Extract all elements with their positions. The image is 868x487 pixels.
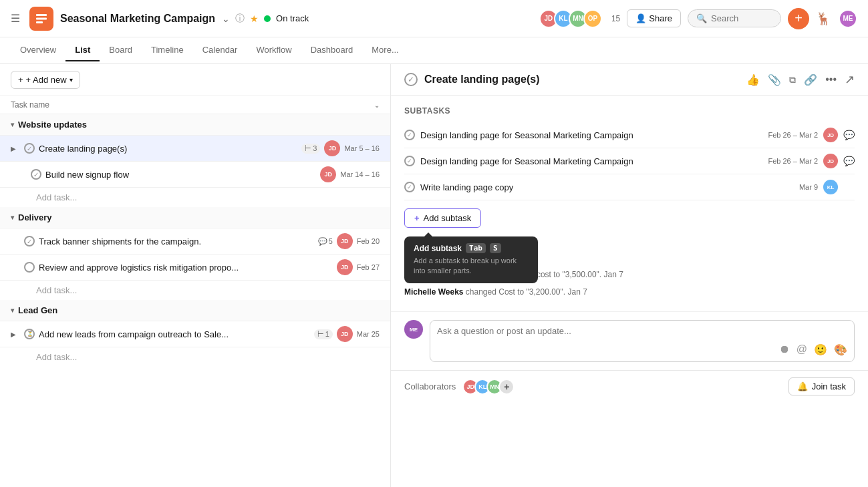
add-task-row[interactable]: Add task... — [0, 347, 390, 367]
notification-icon[interactable]: 🦌 — [816, 11, 831, 26]
task-checkbox[interactable]: ✓ — [24, 143, 35, 154]
left-toolbar: + + Add new ▾ — [0, 64, 390, 96]
task-row[interactable]: ▶ ⚠ Review and approve logistics risk mi… — [0, 255, 390, 281]
s-badge: S — [490, 243, 501, 253]
task-name: Create landing page(s) — [39, 144, 297, 154]
main-layout: + + Add new ▾ Task name ⌄ ▾ Website upda… — [0, 64, 868, 487]
task-checkbox[interactable]: ⚠ — [24, 262, 35, 273]
subtask-row[interactable]: ✓ Design landing page for Seasonal Marke… — [404, 122, 855, 148]
task-name: Review and approve logistics risk mitiga… — [39, 263, 333, 273]
subtask-icon: ⊢ — [305, 144, 311, 153]
subtask-checkbox[interactable]: ✓ — [404, 130, 415, 140]
subtask-row[interactable]: ✓ Design landing page for Seasonal Marke… — [404, 148, 855, 174]
expand-icon[interactable]: ▶ — [11, 331, 20, 338]
chevron-down-icon[interactable]: ⌄ — [222, 13, 230, 24]
subtask-checkbox[interactable]: ✓ — [404, 156, 415, 166]
task-name: Add new leads from campaign outreach to … — [39, 329, 310, 339]
format-icon[interactable]: 🎨 — [834, 343, 847, 356]
detail-task-checkbox[interactable]: ✓ — [404, 73, 418, 86]
subtask-checkbox[interactable]: ✓ — [404, 182, 415, 192]
detail-actions: 👍 📎 ⧉ 🔗 ••• ↗ — [746, 72, 855, 87]
tab-board[interactable]: Board — [100, 39, 142, 61]
subtasks-label: Subtasks — [404, 106, 855, 116]
task-row[interactable]: ✓ Build new signup flow JD Mar 14 – 16 — [0, 162, 390, 188]
task-checkbox[interactable]: ✓ — [24, 236, 35, 247]
collaborators-label: Collaborators — [404, 381, 456, 391]
bell-icon: 🔔 — [797, 381, 808, 391]
tab-more[interactable]: More... — [362, 39, 408, 61]
task-checkbox[interactable]: ⏳ — [24, 329, 35, 339]
star-icon[interactable]: ★ — [250, 13, 259, 24]
add-button[interactable]: + — [788, 8, 809, 29]
tab-overview[interactable]: Overview — [11, 39, 65, 61]
expand-icon[interactable]: ▶ — [11, 145, 20, 152]
task-avatar: JD — [337, 259, 353, 275]
task-date: Mar 25 — [357, 330, 380, 338]
more-icon[interactable]: ••• — [825, 73, 837, 86]
project-title: Seasonal Marketing Campaign — [60, 13, 215, 25]
plus-icon: + — [414, 213, 420, 223]
add-task-row[interactable]: Add task... — [0, 188, 390, 207]
share-icon: 👤 — [635, 13, 646, 23]
task-name: Build new signup flow — [45, 170, 316, 180]
section-title-leadgen: Lead Gen — [18, 305, 57, 315]
add-new-button[interactable]: + + Add new ▾ — [11, 71, 80, 89]
subtask-row[interactable]: ✓ Write landing page copy Mar 9 KL 💬 — [404, 174, 855, 200]
search-input[interactable] — [711, 13, 771, 23]
link-icon[interactable]: 🔗 — [804, 73, 817, 86]
comment-icon[interactable]: 💬 — [843, 130, 855, 140]
attachment-icon[interactable]: 📎 — [768, 73, 781, 86]
svg-rect-0 — [36, 14, 47, 16]
subtask-avatar: KL — [823, 180, 838, 194]
tab-dashboard[interactable]: Dashboard — [301, 39, 363, 61]
task-avatar: JD — [337, 326, 353, 342]
tab-timeline[interactable]: Timeline — [142, 39, 193, 61]
user-avatar[interactable]: ME — [839, 9, 857, 28]
comment-icon: 💬 — [318, 237, 327, 246]
share-button[interactable]: 👤 Share — [627, 9, 681, 27]
emoji-icon[interactable]: 🙂 — [814, 343, 827, 356]
tab-workflow[interactable]: Workflow — [247, 39, 301, 61]
hamburger-icon[interactable]: ☰ — [11, 12, 20, 25]
task-row[interactable]: ▶ ⏳ Add new leads from campaign outreach… — [0, 321, 390, 347]
collapse-icon[interactable]: ⌄ — [374, 102, 380, 109]
section-header-website[interactable]: ▾ Website updates — [0, 114, 390, 136]
tab-calendar[interactable]: Calendar — [193, 39, 247, 61]
add-subtask-area: + Add subtask Add subtask Tab S Add a su… — [404, 200, 855, 236]
task-checkbox[interactable]: ✓ — [31, 169, 41, 180]
tab-list[interactable]: List — [65, 39, 100, 61]
comment-box-area: ME ⏺ @ 🙂 🎨 — [391, 311, 868, 370]
task-date: Mar 14 – 16 — [340, 170, 380, 178]
search-box[interactable]: 🔍 — [688, 9, 781, 27]
section-chevron-icon: ▾ — [11, 214, 14, 221]
task-row[interactable]: ▶ ✓ Create landing page(s) ⊢ 3 JD Mar 5 … — [0, 136, 390, 162]
section-header-delivery[interactable]: ▾ Delivery — [0, 207, 390, 228]
comment-icon: 💬 — [843, 182, 855, 192]
thumbs-up-icon[interactable]: 👍 — [746, 73, 760, 86]
section-chevron-icon: ▾ — [11, 121, 14, 128]
section-title-delivery: Delivery — [18, 212, 52, 222]
nav-tabs: Overview List Board Timeline Calendar Wo… — [0, 37, 868, 64]
close-panel-icon[interactable]: ↗ — [845, 72, 855, 87]
subtask-avatar: JD — [823, 128, 838, 142]
comment-icon[interactable]: 💬 — [843, 156, 855, 166]
add-subtask-button[interactable]: + Add subtask — [404, 208, 481, 228]
collaborators-avatars: JD KL MN + — [462, 379, 515, 395]
copy-icon[interactable]: ⧉ — [789, 74, 796, 86]
user-avatar: ME — [404, 320, 423, 339]
info-icon[interactable]: ⓘ — [235, 13, 245, 25]
join-task-button[interactable]: 🔔 Join task — [788, 377, 855, 395]
subtask-name: Design landing page for Seasonal Marketi… — [420, 130, 762, 140]
add-task-row[interactable]: Add task... — [0, 281, 390, 300]
avatar: OP — [583, 9, 602, 28]
subtask-date: Feb 26 – Mar 2 — [768, 131, 818, 139]
subtask-date: Feb 26 – Mar 2 — [768, 157, 818, 165]
task-row[interactable]: ▶ ✓ Track banner shipments for the campa… — [0, 228, 390, 255]
section-header-leadgen[interactable]: ▾ Lead Gen — [0, 300, 390, 321]
comments-badge: 💬 5 — [318, 237, 333, 246]
add-collaborator-button[interactable]: + — [498, 379, 515, 395]
comment-input[interactable] — [437, 326, 847, 339]
record-icon[interactable]: ⏺ — [779, 343, 790, 356]
tab-badge: Tab — [466, 243, 486, 253]
at-icon[interactable]: @ — [797, 343, 807, 356]
